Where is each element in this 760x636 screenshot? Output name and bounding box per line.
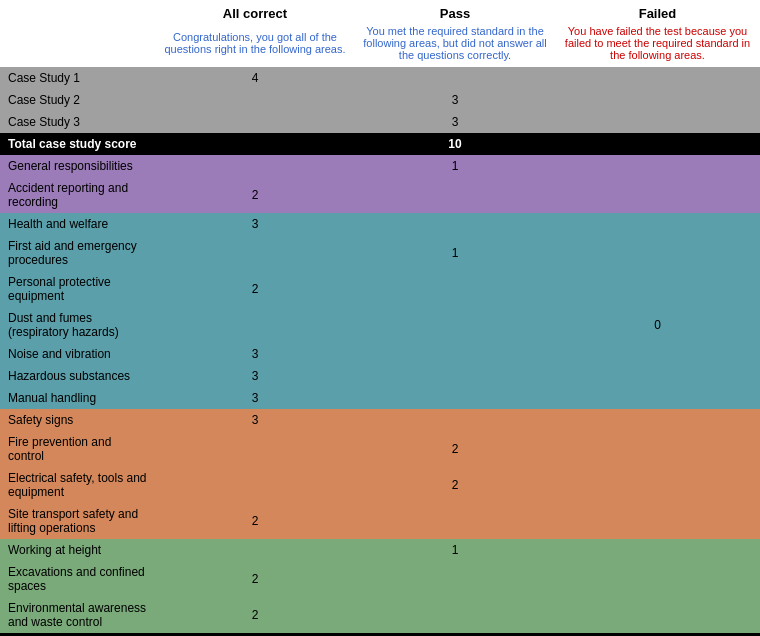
- case-study-total-row: Total case study score 10: [0, 133, 760, 155]
- row-all-correct: [155, 89, 355, 111]
- row-all-correct: [155, 155, 355, 177]
- row-all-correct: [155, 111, 355, 133]
- row-failed: [555, 213, 760, 235]
- header-all-correct: All correct: [155, 0, 355, 23]
- row-failed: [555, 177, 760, 213]
- row-label: Excavations and confined spaces: [0, 561, 155, 597]
- row-pass: 3: [355, 111, 555, 133]
- row-all-correct: [155, 539, 355, 561]
- row-failed: [555, 467, 760, 503]
- row-label: Dust and fumes (respiratory hazards): [0, 307, 155, 343]
- row-label: Environmental awareness and waste contro…: [0, 597, 155, 633]
- row-label: General responsibilities: [0, 155, 155, 177]
- header-pass: Pass: [355, 0, 555, 23]
- row-pass: [355, 343, 555, 365]
- knowledge-row: Hazardous substances 3: [0, 365, 760, 387]
- knowledge-row: Manual handling 3: [0, 387, 760, 409]
- row-failed: [555, 431, 760, 467]
- row-pass: 2: [355, 431, 555, 467]
- knowledge-row: Excavations and confined spaces 2: [0, 561, 760, 597]
- row-pass: 3: [355, 89, 555, 111]
- row-failed: [555, 387, 760, 409]
- row-pass: [355, 387, 555, 409]
- row-failed: [555, 561, 760, 597]
- knowledge-row: General responsibilities 1: [0, 155, 760, 177]
- knowledge-row: Dust and fumes (respiratory hazards) 0: [0, 307, 760, 343]
- row-label: Site transport safety and lifting operat…: [0, 503, 155, 539]
- row-all-correct: 3: [155, 365, 355, 387]
- row-label: First aid and emergency procedures: [0, 235, 155, 271]
- row-failed: [555, 89, 760, 111]
- case-total-pass: 10: [355, 133, 555, 155]
- row-pass: 2: [355, 467, 555, 503]
- subheader-failed: You have failed the test because you fai…: [555, 23, 760, 67]
- case-total-label: Total case study score: [0, 133, 155, 155]
- knowledge-row: Fire prevention and control 2: [0, 431, 760, 467]
- knowledge-row: Environmental awareness and waste contro…: [0, 597, 760, 633]
- case-study-row: Case Study 2 3: [0, 89, 760, 111]
- row-label: Electrical safety, tools and equipment: [0, 467, 155, 503]
- row-pass: 1: [355, 539, 555, 561]
- knowledge-row: Site transport safety and lifting operat…: [0, 503, 760, 539]
- row-pass: [355, 597, 555, 633]
- row-all-correct: [155, 467, 355, 503]
- knowledge-row: Health and welfare 3: [0, 213, 760, 235]
- row-label: Case Study 2: [0, 89, 155, 111]
- row-pass: 1: [355, 155, 555, 177]
- row-all-correct: [155, 431, 355, 467]
- row-pass: [355, 213, 555, 235]
- row-pass: [355, 365, 555, 387]
- row-label: Personal protective equipment: [0, 271, 155, 307]
- knowledge-row: Noise and vibration 3: [0, 343, 760, 365]
- row-failed: [555, 271, 760, 307]
- row-all-correct: 3: [155, 343, 355, 365]
- knowledge-row: Personal protective equipment 2: [0, 271, 760, 307]
- row-pass: [355, 409, 555, 431]
- row-failed: [555, 503, 760, 539]
- row-pass: 1: [355, 235, 555, 271]
- row-all-correct: [155, 307, 355, 343]
- row-all-correct: 2: [155, 561, 355, 597]
- row-pass: [355, 307, 555, 343]
- row-all-correct: 2: [155, 597, 355, 633]
- row-failed: [555, 235, 760, 271]
- row-all-correct: 3: [155, 387, 355, 409]
- knowledge-row: Safety signs 3: [0, 409, 760, 431]
- header-failed: Failed: [555, 0, 760, 23]
- header-col1: [0, 0, 155, 23]
- subheader-pass: You met the required standard in the fol…: [355, 23, 555, 67]
- subheader-all-correct: Congratulations, you got all of the ques…: [155, 23, 355, 67]
- row-all-correct: 2: [155, 177, 355, 213]
- row-all-correct: 2: [155, 271, 355, 307]
- row-failed: [555, 111, 760, 133]
- knowledge-row: Working at height 1: [0, 539, 760, 561]
- row-label: Fire prevention and control: [0, 431, 155, 467]
- case-study-row: Case Study 3 3: [0, 111, 760, 133]
- header-row: All correct Pass Failed: [0, 0, 760, 23]
- row-all-correct: 3: [155, 213, 355, 235]
- row-label: Noise and vibration: [0, 343, 155, 365]
- row-failed: [555, 155, 760, 177]
- row-pass: [355, 561, 555, 597]
- row-pass: [355, 503, 555, 539]
- row-pass: [355, 271, 555, 307]
- case-total-all-correct: [155, 133, 355, 155]
- row-label: Accident reporting and recording: [0, 177, 155, 213]
- row-label: Working at height: [0, 539, 155, 561]
- knowledge-row: Accident reporting and recording 2: [0, 177, 760, 213]
- row-failed: 0: [555, 307, 760, 343]
- knowledge-row: First aid and emergency procedures 1: [0, 235, 760, 271]
- row-all-correct: 3: [155, 409, 355, 431]
- row-label: Manual handling: [0, 387, 155, 409]
- row-failed: [555, 409, 760, 431]
- subheader-row: Congratulations, you got all of the ques…: [0, 23, 760, 67]
- row-failed: [555, 539, 760, 561]
- row-label: Case Study 3: [0, 111, 155, 133]
- row-label: Safety signs: [0, 409, 155, 431]
- row-failed: [555, 343, 760, 365]
- row-all-correct: [155, 235, 355, 271]
- row-label: Health and welfare: [0, 213, 155, 235]
- row-pass: [355, 177, 555, 213]
- row-label: Hazardous substances: [0, 365, 155, 387]
- row-all-correct: 4: [155, 67, 355, 89]
